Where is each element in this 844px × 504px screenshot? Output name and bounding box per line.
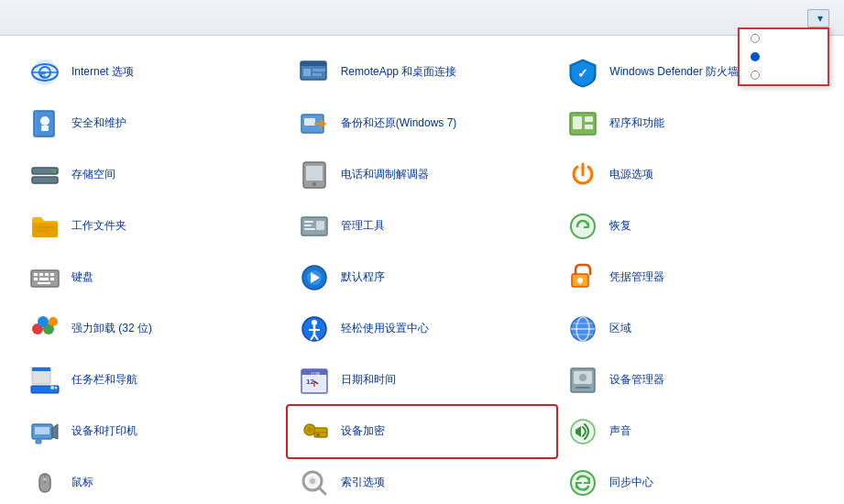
ease-access-label: 轻松使用设置中心 [341,322,429,336]
control-item-taskbar-nav[interactable]: 任务栏和导航 [18,355,288,406]
datetime-label: 日期和时间 [341,373,396,388]
device-manager-label: 设备管理器 [609,373,664,388]
view-option-small-icon[interactable] [740,66,828,84]
sync-center-label: 同步中心 [609,476,653,490]
controls-grid: eInternet 选项RemoteApp 和桌面连接✓Windows Defe… [18,47,826,504]
svg-rect-29 [36,230,49,232]
device-encryption-label: 设备加密 [341,424,385,439]
remoteapp-icon [297,55,332,90]
view-dropdown-button[interactable]: ▾ [807,9,829,27]
indexing-label: 索引选项 [341,476,385,490]
svg-point-23 [52,179,56,182]
svg-rect-8 [312,69,325,71]
svg-rect-19 [585,125,593,129]
control-item-phone-modem[interactable]: 电话和调制解调器 [288,149,557,201]
view-control: ▾ [802,9,829,27]
backup-restore-label: 备份和还原(Windows 7) [341,116,457,131]
svg-point-97 [571,471,595,495]
taskbar-nav-icon [27,363,62,398]
svg-rect-6 [301,61,326,66]
default-programs-icon [297,260,332,295]
control-item-uninstall[interactable]: 强力卸载 (32 位) [18,303,288,355]
sound-label: 声音 [609,424,631,439]
svg-rect-82 [35,427,49,434]
datetime-icon: 日期12 [297,363,332,398]
control-item-indexing[interactable]: 索引选项 [288,457,557,504]
uninstall-icon [27,312,62,346]
windows-defender-label: Windows Defender 防火墙 [609,65,739,80]
control-item-default-programs[interactable]: 默认程序 [288,252,557,303]
svg-rect-34 [316,221,324,230]
windows-defender-icon: ✓ [565,55,600,90]
svg-point-80 [579,374,586,381]
control-item-admin-tools[interactable]: 管理工具 [288,201,557,252]
control-item-device-encryption[interactable]: 设备加密 [288,406,557,457]
control-item-device-manager[interactable]: 设备管理器 [556,355,826,406]
control-item-region[interactable]: 区域 [556,303,826,355]
view-option-category[interactable] [740,29,828,48]
svg-point-89 [571,420,595,444]
internet-options-label: Internet 选项 [71,65,134,80]
control-item-work-folders[interactable]: 工作文件夹 [18,201,288,252]
control-item-mouse[interactable]: 鼠标 [18,457,288,504]
power-options-icon [565,158,600,192]
svg-text:✓: ✓ [577,66,588,81]
control-item-datetime[interactable]: 日期12日期和时间 [288,355,557,406]
view-option-large-icon[interactable] [740,48,828,66]
sound-icon [565,414,600,449]
keyboard-icon [27,260,62,295]
svg-rect-39 [45,273,49,276]
devices-printers-icon [27,414,62,449]
power-options-label: 电源选项 [609,168,653,182]
admin-tools-label: 管理工具 [341,219,385,234]
control-item-credential-manager[interactable]: 凭据管理器 [556,252,826,303]
taskbar-nav-label: 任务栏和导航 [71,373,137,388]
phone-modem-label: 电话和调制解调器 [341,168,429,182]
svg-rect-68 [32,367,50,371]
mouse-label: 鼠标 [71,476,93,490]
remoteapp-label: RemoteApp 和桌面连接 [341,65,457,80]
ease-access-icon [297,312,332,346]
svg-point-96 [310,478,315,484]
control-item-sound[interactable]: 声音 [556,406,826,457]
svg-point-53 [38,316,49,327]
control-item-sync-center[interactable]: 同步中心 [556,457,826,504]
svg-rect-17 [573,116,582,129]
content-area: eInternet 选项RemoteApp 和桌面连接✓Windows Defe… [0,36,844,504]
svg-rect-43 [50,278,54,280]
svg-point-54 [49,317,58,326]
storage-spaces-icon [27,158,62,192]
svg-rect-9 [312,73,322,76]
control-item-recovery[interactable]: 恢复 [556,201,826,252]
svg-rect-32 [304,225,312,226]
work-folders-icon [27,209,62,244]
control-item-storage-spaces[interactable]: 存储空间 [18,149,288,201]
svg-text:12: 12 [306,378,314,386]
dropdown-arrow-icon: ▾ [817,12,823,25]
control-item-keyboard[interactable]: 键盘 [18,252,288,303]
svg-rect-7 [303,69,311,76]
control-item-internet-options[interactable]: eInternet 选项 [18,47,288,98]
control-item-devices-printers[interactable]: 设备和打印机 [18,406,288,457]
svg-rect-33 [304,228,315,230]
programs-features-icon [565,106,600,141]
svg-rect-38 [39,273,43,276]
control-item-backup-restore[interactable]: 备份和还原(Windows 7) [288,98,557,149]
svg-point-12 [40,116,49,126]
control-item-remoteapp[interactable]: RemoteApp 和桌面连接 [288,47,557,98]
region-label: 区域 [609,322,631,336]
device-manager-icon [565,363,600,398]
control-item-power-options[interactable]: 电源选项 [556,149,826,201]
radio-empty-icon [751,34,760,43]
control-item-ease-access[interactable]: 轻松使用设置中心 [288,303,557,355]
control-item-programs-features[interactable]: 程序和功能 [556,98,826,149]
svg-line-94 [319,488,325,494]
indexing-icon [297,466,332,500]
view-dropdown-menu [738,27,829,86]
radio-empty-icon2 [751,71,760,80]
security-maintenance-label: 安全和维护 [71,116,126,131]
svg-point-69 [50,386,54,389]
svg-rect-44 [38,282,50,284]
page-header: ▾ [0,0,844,36]
control-item-security-maintenance[interactable]: 安全和维护 [18,98,288,149]
